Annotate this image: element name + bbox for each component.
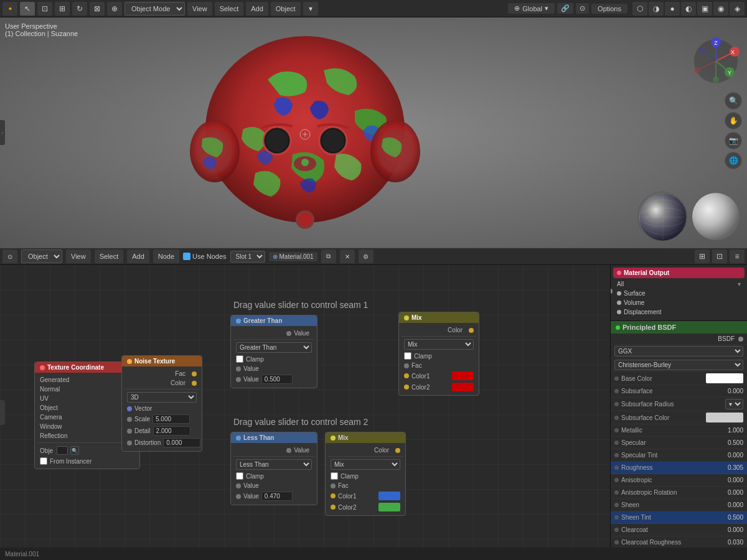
bsdf-socket-5[interactable] — [614, 441, 619, 445]
mix-node-2[interactable]: Mix Color Mix Clamp — [325, 432, 406, 516]
node-add-menu[interactable]: Add — [127, 250, 149, 263]
color-out-socket[interactable] — [192, 381, 197, 386]
lt-mode-select[interactable]: Less Than — [236, 459, 312, 470]
global-select[interactable]: ⊕ Global ▾ — [508, 3, 555, 14]
select-menu[interactable]: Select — [215, 2, 244, 16]
eyedropper[interactable]: 🔍 — [70, 446, 79, 455]
surface-dot[interactable] — [617, 291, 621, 296]
mix2-clamp-cb[interactable] — [331, 472, 338, 480]
blender-icon[interactable]: 🔸 — [2, 2, 17, 16]
bsdf-row-9[interactable]: Anisotropic Rotation0.000 — [611, 487, 747, 499]
distortion-input[interactable] — [163, 438, 200, 447]
bsdf-dropdown-2[interactable]: ▾ — [725, 399, 743, 409]
copy-material[interactable]: ⧉ — [321, 250, 336, 263]
node-editor-type[interactable]: ⊙ — [2, 250, 17, 263]
bsdf-socket-11[interactable] — [614, 515, 619, 520]
bsdf-in-dot[interactable] — [610, 289, 613, 294]
node-view-menu[interactable]: View — [66, 250, 91, 263]
object-menu[interactable]: Object — [271, 2, 301, 16]
object-mode-select[interactable]: Object Mode — [125, 2, 185, 16]
noise-texture-node[interactable]: Noise Texture Fac Color 3D — [121, 355, 202, 452]
bsdf-row-13[interactable]: Clearcoat Roughness0.030 — [611, 536, 747, 549]
toolbar-r1[interactable]: ⊞ — [695, 250, 710, 263]
view-menu[interactable]: View — [187, 2, 212, 16]
extra-menu[interactable]: ▾ — [303, 2, 318, 16]
move-tool[interactable]: ⊞ — [55, 2, 70, 16]
lt-value2-socket[interactable] — [236, 494, 241, 499]
mix2-color2-swatch[interactable] — [378, 503, 400, 511]
camera-btn[interactable]: 📷 — [725, 132, 742, 149]
mix2-select[interactable]: Mix — [331, 459, 400, 470]
mix1-fac-socket[interactable] — [404, 363, 409, 368]
displacement-dot[interactable] — [617, 310, 621, 314]
bsdf-socket-8[interactable] — [614, 478, 619, 482]
bsdf-row-2[interactable]: Subsurface Radius▾ — [611, 398, 747, 411]
viewport-shading-5[interactable]: ▣ — [697, 2, 712, 16]
gt-value-input[interactable] — [261, 375, 293, 384]
mix2-color-out-socket[interactable] — [395, 448, 400, 453]
viewport-shading-6[interactable]: ◉ — [713, 2, 728, 16]
bsdf-row-3[interactable]: Subsurface Color — [611, 411, 747, 424]
bsdf-row-7[interactable]: Roughness0.305 — [611, 462, 747, 474]
material-preview[interactable] — [691, 192, 741, 241]
bsdf-color-0[interactable] — [706, 373, 743, 383]
obj-picker[interactable] — [57, 446, 68, 455]
all-dropdown[interactable]: All ▾ — [613, 279, 745, 289]
ggx-select[interactable]: GGX — [614, 346, 743, 357]
mix2-fac-socket[interactable] — [331, 483, 336, 488]
gt-mode-select[interactable]: Greater Than — [236, 342, 312, 353]
viewport-shading-1[interactable]: ⬡ — [632, 2, 647, 16]
bsdf-socket-12[interactable] — [614, 528, 619, 532]
toolbar-r2[interactable]: ⊡ — [712, 250, 727, 263]
ggx-row[interactable]: GGX — [611, 345, 747, 358]
lt-clamp-cb[interactable] — [236, 472, 243, 480]
gt-clamp-cb[interactable] — [236, 355, 243, 363]
mix-node-1[interactable]: Mix Color Mix Clamp — [398, 312, 479, 396]
bsdf-row-11[interactable]: Sheen Tint0.500 — [611, 511, 747, 524]
bsdf-row-10[interactable]: Sheen0.000 — [611, 499, 747, 511]
mix2-color1-swatch[interactable] — [378, 492, 400, 500]
viewport-shading-4[interactable]: ◐ — [681, 2, 696, 16]
viewport-left-handle[interactable]: ‹ — [0, 120, 5, 145]
viewport-shading-2[interactable]: ◑ — [649, 2, 664, 16]
node-canvas[interactable]: Drag value slider to control seam 1 Drag… — [0, 265, 747, 560]
bsdf-out-socket[interactable] — [738, 337, 743, 342]
delete-material[interactable]: ✕ — [340, 250, 355, 263]
env-preview[interactable] — [637, 192, 687, 241]
toolbar-r3[interactable]: ≡ — [730, 250, 745, 263]
bsdf-socket-13[interactable] — [614, 540, 619, 544]
bsdf-socket-4[interactable] — [614, 428, 619, 432]
bsdf-socket-3[interactable] — [614, 416, 619, 420]
detail-input[interactable] — [153, 426, 190, 436]
detail-socket[interactable] — [127, 429, 132, 434]
viewport-3d[interactable]: User Perspective (1) Collection | Suzann… — [0, 17, 747, 248]
select-tool[interactable]: ⊡ — [37, 2, 52, 16]
method-row[interactable]: Christensen-Burley — [611, 358, 747, 372]
world-btn[interactable]: 🌐 — [725, 152, 742, 169]
bsdf-row-0[interactable]: Base Color — [611, 372, 747, 385]
from-instancer-cb[interactable] — [40, 457, 47, 465]
navigation-gizmo[interactable]: X Y Z — [691, 36, 741, 86]
add-menu[interactable]: Add — [246, 2, 268, 16]
lt-value-in-socket[interactable] — [236, 483, 241, 488]
mix2-color1-socket[interactable] — [331, 493, 336, 498]
object-type-select[interactable]: Object — [21, 250, 62, 263]
transform-tool[interactable]: ⊕ — [107, 2, 122, 16]
zoom-out-btn[interactable]: ✋ — [725, 112, 742, 129]
lt-value-out-socket[interactable] — [286, 448, 291, 453]
snap-menu[interactable]: 🔗 — [557, 3, 573, 14]
viewport-shading-3[interactable]: ● — [665, 2, 680, 16]
bsdf-socket-0[interactable] — [614, 376, 619, 381]
bsdf-row-4[interactable]: Metallic1.000 — [611, 424, 747, 437]
use-nodes-toggle[interactable]: Use Nodes — [183, 253, 226, 260]
viewport-shading-7[interactable]: ◈ — [730, 2, 745, 16]
proportional-edit[interactable]: ⊙ — [576, 3, 589, 14]
mix1-clamp-cb[interactable] — [404, 352, 411, 360]
material-selector[interactable]: ⊕ Material.001 — [269, 252, 317, 261]
node-select-menu[interactable]: Select — [95, 250, 124, 263]
scale-input[interactable] — [153, 414, 190, 424]
distortion-socket[interactable] — [127, 441, 132, 446]
node-node-menu[interactable]: Node — [153, 250, 179, 263]
use-nodes-checkbox[interactable] — [183, 253, 190, 260]
node-left-handle[interactable] — [0, 400, 5, 425]
